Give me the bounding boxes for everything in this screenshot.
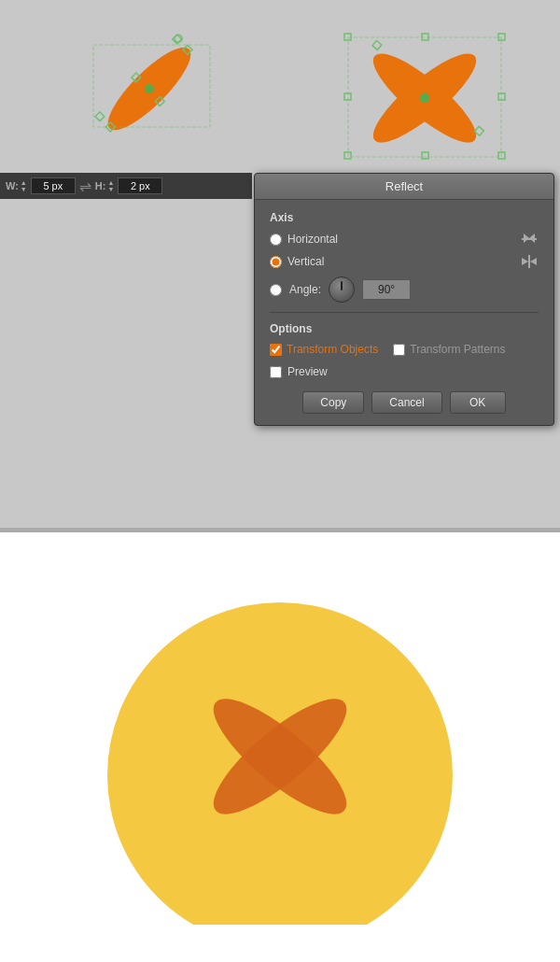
preview-row: Preview bbox=[270, 365, 539, 378]
horizontal-radio-row: Horizontal bbox=[270, 232, 539, 247]
transform-objects-item: Transform Objects bbox=[270, 343, 378, 356]
svg-rect-12 bbox=[372, 40, 382, 50]
top-right-canvas bbox=[331, 28, 518, 168]
transform-patterns-label[interactable]: Transform Patterns bbox=[410, 343, 505, 356]
svg-rect-21 bbox=[422, 152, 428, 159]
bottom-illustration bbox=[103, 570, 457, 925]
preview-label[interactable]: Preview bbox=[287, 365, 328, 378]
options-section-label: Options bbox=[270, 322, 539, 335]
dialog-buttons: Copy Cancel OK bbox=[270, 391, 539, 414]
angle-radio[interactable] bbox=[270, 284, 282, 296]
dialog-title: Reflect bbox=[385, 179, 423, 193]
height-stepper[interactable]: ▲ ▼ bbox=[107, 177, 114, 194]
horizontal-reflect-icon bbox=[520, 232, 539, 247]
vertical-radio[interactable] bbox=[270, 256, 282, 268]
dialog-titlebar: Reflect bbox=[255, 174, 553, 200]
transform-objects-label[interactable]: Transform Objects bbox=[287, 343, 378, 356]
options-checkboxes: Transform Objects Transform Patterns bbox=[270, 343, 539, 356]
svg-rect-2 bbox=[95, 112, 105, 121]
top-left-canvas bbox=[0, 0, 252, 173]
link-icon: ⇌ bbox=[79, 177, 91, 195]
angle-label[interactable]: Angle: bbox=[289, 283, 321, 296]
transform-objects-checkbox[interactable] bbox=[270, 344, 282, 356]
width-input[interactable] bbox=[31, 177, 76, 194]
angle-dial[interactable] bbox=[329, 276, 355, 303]
vertical-reflect-icon bbox=[520, 254, 539, 269]
svg-point-14 bbox=[420, 93, 429, 103]
angle-input[interactable] bbox=[362, 279, 411, 300]
width-stepper[interactable]: ▲ ▼ bbox=[21, 177, 27, 194]
canvas-bottom bbox=[0, 532, 560, 962]
cancel-button[interactable]: Cancel bbox=[371, 391, 441, 414]
transform-patterns-item: Transform Patterns bbox=[393, 343, 505, 356]
height-label: H: bbox=[95, 180, 106, 191]
height-input[interactable] bbox=[118, 177, 162, 194]
ok-button[interactable]: OK bbox=[450, 391, 506, 414]
horizontal-radio[interactable] bbox=[270, 233, 282, 246]
vertical-radio-row: Vertical bbox=[270, 254, 539, 269]
canvas-top bbox=[0, 0, 560, 173]
copy-button[interactable]: Copy bbox=[302, 391, 364, 414]
width-label: W: bbox=[6, 180, 19, 191]
vertical-label[interactable]: Vertical bbox=[287, 255, 514, 268]
reflect-dialog: Reflect Axis Horizontal Vertical bbox=[254, 173, 554, 426]
horizontal-label[interactable]: Horizontal bbox=[287, 233, 514, 246]
toolbar: W: ▲ ▼ ⇌ H: ▲ ▼ bbox=[0, 173, 252, 199]
angle-row: Angle: bbox=[270, 276, 539, 303]
svg-rect-25 bbox=[528, 255, 530, 268]
preview-checkbox[interactable] bbox=[270, 366, 282, 378]
axis-section-label: Axis bbox=[270, 211, 539, 224]
transform-patterns-checkbox[interactable] bbox=[393, 344, 405, 356]
